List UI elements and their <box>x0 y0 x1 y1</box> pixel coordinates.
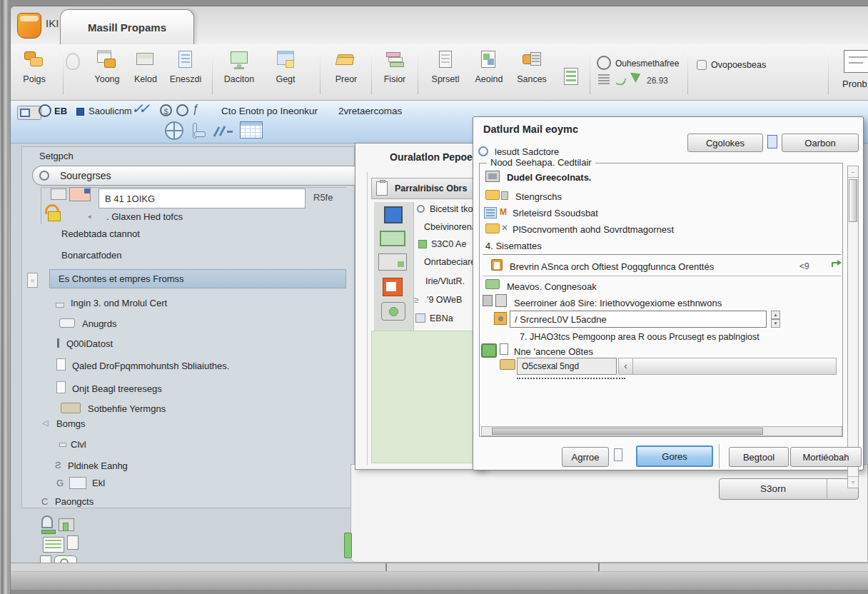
setup-row[interactable]: Srleteisrd Ssoudsbat <box>513 208 598 218</box>
expander-icon[interactable]: ◁ <box>42 418 48 428</box>
preview-panel <box>371 331 483 463</box>
table-icon[interactable] <box>240 121 263 139</box>
scroll-down-button[interactable]: ▿ <box>848 476 858 488</box>
catalogs-button[interactable]: Cgolokes <box>687 134 763 152</box>
blue-toolbar-filter[interactable]: Cto Enotn po Ineonkur <box>221 106 318 116</box>
setup-row[interactable]: Seerroiner áo8 Sire: Iriethovvogexiome e… <box>514 298 722 308</box>
setup-row[interactable]: Stengrschs <box>515 191 562 202</box>
setup-row[interactable]: Meavos. Congnesoak <box>507 281 597 292</box>
section-rule <box>483 276 841 276</box>
printer-icon[interactable] <box>378 253 407 271</box>
ribbon-button-fisior[interactable]: Fisior <box>372 47 418 99</box>
cd-drive-icon[interactable] <box>381 302 405 321</box>
globe-icon[interactable] <box>165 121 183 140</box>
list-item[interactable]: Ingin 3. ond Mrolul Cert <box>71 298 167 308</box>
scroll-left-button[interactable]: ‹ <box>619 358 633 374</box>
soon-button-divider <box>827 479 827 499</box>
chair-icon[interactable] <box>191 121 207 140</box>
list-item[interactable]: . Glaxen Hed tofcs <box>106 211 183 222</box>
note-tag <box>67 535 79 550</box>
blue-toolbar-view[interactable]: 2vretaercomas <box>338 106 402 116</box>
ribbon-button-kelod[interactable]: Kelod <box>123 47 168 99</box>
signature-icon[interactable] <box>214 124 234 138</box>
page-icon <box>56 358 66 371</box>
soon-button[interactable]: S3orn <box>719 478 859 500</box>
app-logo-icon[interactable] <box>17 13 41 39</box>
setup-row[interactable]: Nne 'ancene O8tes <box>514 346 593 357</box>
list-item[interactable]: Q00iDatost <box>66 338 113 349</box>
list-item[interactable]: Pldinek Eanhg <box>68 460 128 471</box>
server-input[interactable] <box>510 311 767 328</box>
ok-button[interactable]: Gores <box>636 446 713 467</box>
list-item[interactable]: Ekl <box>92 478 105 488</box>
scroll-up-button[interactable]: – <box>848 166 858 178</box>
ribbon-button-preor[interactable]: Preor <box>323 47 369 99</box>
properties-item[interactable]: Irie/VlutR. <box>425 276 465 286</box>
green-arrow-icon[interactable] <box>831 259 842 268</box>
ribbon-button-eneszdi[interactable]: Eneszdi <box>163 47 208 99</box>
vertical-scrollbar[interactable]: – ▿ <box>847 166 859 488</box>
file-tab[interactable]: Masill Propams <box>60 9 194 45</box>
list-horizontal-scrollbar[interactable] <box>481 426 842 436</box>
properties-item[interactable]: '9 OWeB <box>427 295 462 305</box>
window-tab-icon[interactable] <box>17 106 41 120</box>
list-item[interactable]: Bonarcatfoden <box>61 250 122 261</box>
list-item[interactable]: Sotbehfie Yermgns <box>88 403 166 414</box>
list-view-icon[interactable] <box>564 68 578 85</box>
stats-title: Ouhesmethafree <box>615 59 679 69</box>
setup-row[interactable]: PlSocnvomenth aohd Sovrdtmagornest <box>513 224 674 235</box>
blue-toolbar-accounts[interactable]: Saoulicnm <box>89 106 132 116</box>
scrollbar-thumb[interactable] <box>849 179 857 222</box>
account-field[interactable] <box>99 188 306 208</box>
ribbon-button-pogs[interactable]: Poigs <box>11 47 57 99</box>
archive-icon[interactable] <box>40 514 79 535</box>
properties-item[interactable]: EBNa <box>430 313 453 323</box>
book-mini-icon[interactable] <box>767 135 777 148</box>
blue-toolbar-badge[interactable]: EB <box>54 106 67 116</box>
setup-row[interactable]: Brevrin ASnca orch Oftiest Pogqgfunnca O… <box>510 261 714 272</box>
ribbon-button-sprsetl[interactable]: Sprsetl <box>423 47 468 99</box>
scrollbar-thumb[interactable] <box>492 428 763 435</box>
ring-icon <box>176 104 188 116</box>
search-bar[interactable]: Souregrses <box>32 166 355 186</box>
setup-row[interactable]: Dudel Greecolnats. <box>507 172 591 183</box>
ribbon-button-gegt[interactable]: Gegt <box>263 47 308 99</box>
double-check-icon: ✓✓ <box>131 100 146 117</box>
outbon-button[interactable]: Oarbon <box>782 134 859 152</box>
list-item[interactable]: Paongcts <box>55 496 94 507</box>
spinner-up-button[interactable]: ▴ <box>771 311 780 319</box>
circle-icon[interactable] <box>39 104 51 117</box>
apply-button[interactable]: Agrroe <box>562 447 609 467</box>
green-monitor-icon[interactable] <box>380 231 405 246</box>
dialog-left-rule <box>367 172 368 465</box>
grid-lines <box>486 209 495 216</box>
list-item[interactable]: Clvl <box>71 439 86 450</box>
spinner-down-button[interactable]: ▾ <box>771 319 780 328</box>
left-panel: Setgpch Souregrses R5fe ◂ . Glaxen Hed t… <box>21 146 355 508</box>
printer-light <box>398 261 404 267</box>
note-lines <box>45 540 61 550</box>
pdf-box-icon[interactable] <box>383 278 403 296</box>
properties-item[interactable]: Onrtabeciare <box>424 257 475 267</box>
help-button[interactable]: Mortiéobah <box>790 447 862 467</box>
properties-toolbar[interactable]: Parralribisc Obrs <box>371 178 485 199</box>
list-item[interactable]: Anugrds <box>82 318 116 329</box>
selected-row[interactable]: Es Chontes et empres Fromss <box>49 269 346 288</box>
ribbon-button-aeoind[interactable]: Aeoind <box>466 47 512 99</box>
notes-icon[interactable] <box>43 537 79 554</box>
list-item[interactable]: Redebtada ctannot <box>61 228 140 239</box>
ribbon-button-sances[interactable]: Sances <box>509 47 555 99</box>
list-item[interactable]: Onjt Beagl treeresegs <box>72 383 162 394</box>
ribbon-button-daciton[interactable]: Daciton <box>216 47 262 99</box>
pen-stroke <box>227 131 233 133</box>
back-button[interactable]: Begtool <box>729 447 789 467</box>
list-item[interactable]: Bomgs <box>56 418 85 429</box>
mail-setup-subtitle: lesudt Sadctore <box>495 146 559 157</box>
blue-screen-icon[interactable] <box>384 206 403 223</box>
list-item[interactable]: Qaled DroFpqmmohuntsh Sbliaiuthes. <box>72 361 229 371</box>
properties-item[interactable]: Cbeivinorena <box>424 222 477 232</box>
horizontal-scrollbar[interactable]: ‹ <box>618 358 837 375</box>
field-chip[interactable]: O5csexal 5ngd <box>517 358 617 375</box>
properties-item[interactable]: S3C0 Ae <box>431 239 466 249</box>
print-button[interactable]: Pronb <box>839 47 868 99</box>
